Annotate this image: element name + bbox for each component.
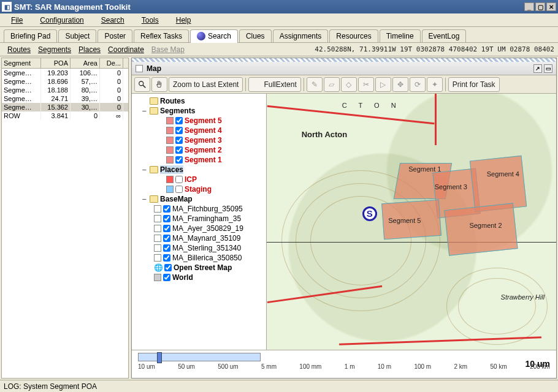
layer-checkbox[interactable] xyxy=(163,205,170,213)
layer-item[interactable]: Segment 4 xyxy=(132,126,266,135)
layer-item[interactable]: MA_Sterling_351340 xyxy=(132,243,266,253)
layer-tree[interactable]: Routes −Segments Segment 5Segment 4Segme… xyxy=(132,94,267,350)
tool-segments[interactable]: Segments xyxy=(34,45,75,55)
tab-assignments[interactable]: Assignments xyxy=(273,29,329,42)
tab-timeline[interactable]: Timeline xyxy=(380,29,421,42)
layer-checkbox[interactable] xyxy=(163,254,170,262)
table-row[interactable]: Segme…24.7139,…0 xyxy=(2,94,128,103)
layer-label: Open Street Map xyxy=(174,263,232,272)
layer-item[interactable]: MA_Framingham_35 xyxy=(132,214,266,224)
layer-checkbox[interactable] xyxy=(175,156,183,164)
layer-item[interactable]: Segment 5 xyxy=(132,116,266,126)
tab-clues[interactable]: Clues xyxy=(239,29,272,42)
layer-checkbox[interactable] xyxy=(163,225,170,232)
layer-item[interactable]: Segment 2 xyxy=(132,145,266,155)
layer-item[interactable]: World xyxy=(132,273,266,282)
tab-search[interactable]: Search xyxy=(190,29,238,43)
minimize-button[interactable]: _ xyxy=(524,2,534,11)
tab-poster[interactable]: Poster xyxy=(97,29,132,42)
th-poa[interactable]: POA xyxy=(41,58,71,68)
menu-search[interactable]: Search xyxy=(94,15,132,26)
menu-tools[interactable]: Tools xyxy=(134,15,166,26)
layer-places[interactable]: −Places xyxy=(132,165,266,175)
zoom-last-extent-button[interactable]: Zoom to Last Extent xyxy=(169,77,243,92)
tabstrip: Briefing Pad Subject Poster Reflex Tasks… xyxy=(0,27,558,43)
map-canvas[interactable]: C T O N North Acton Segment 1 Segment 2 … xyxy=(267,94,556,350)
tool-coordinate[interactable]: Coordinate xyxy=(104,45,148,55)
th-area[interactable]: Area xyxy=(71,58,100,68)
layer-label: Segment 3 xyxy=(185,136,222,145)
table-row[interactable]: ROW3.8410∞ xyxy=(2,111,128,120)
close-button[interactable]: ✕ xyxy=(546,2,556,11)
rotate-tool[interactable]: ⟳ xyxy=(410,77,426,92)
menu-help[interactable]: Help xyxy=(169,15,199,26)
map-body: Routes −Segments Segment 5Segment 4Segme… xyxy=(132,94,556,350)
tab-briefing-pad[interactable]: Briefing Pad xyxy=(4,29,57,42)
layer-checkbox[interactable] xyxy=(175,117,183,124)
menu-configuration[interactable]: Configuration xyxy=(32,15,91,26)
layer-item[interactable]: MA_Billerica_350850 xyxy=(132,253,266,263)
layer-item[interactable]: 🌐Open Street Map xyxy=(132,263,266,273)
menu-file[interactable]: File xyxy=(4,15,30,26)
layer-checkbox[interactable] xyxy=(175,137,183,144)
pan-tool[interactable] xyxy=(151,77,167,92)
select-tool[interactable]: ▷ xyxy=(375,77,391,92)
subject-marker[interactable]: S xyxy=(362,206,377,221)
layer-label: ICP xyxy=(185,175,197,184)
tab-subject[interactable]: Subject xyxy=(58,29,96,42)
full-extent-button[interactable]: FullExtent xyxy=(248,77,300,92)
layer-segments[interactable]: −Segments xyxy=(132,106,266,116)
panel-grip[interactable] xyxy=(132,58,556,62)
zoom-tool[interactable] xyxy=(134,77,150,92)
edit-tool-4[interactable]: ✂ xyxy=(358,77,374,92)
layer-item[interactable]: MA_Ayer_350829_19 xyxy=(132,224,266,233)
layer-label: Segment 2 xyxy=(185,146,222,154)
tab-reflex-tasks[interactable]: Reflex Tasks xyxy=(134,29,189,42)
maximize-button[interactable]: ▢ xyxy=(535,2,545,11)
edit-tool-3[interactable]: ◇ xyxy=(341,77,357,92)
layer-checkbox[interactable] xyxy=(163,274,170,281)
layer-routes[interactable]: Routes xyxy=(132,96,266,106)
table-row[interactable]: Segme…19.203106…0 xyxy=(2,69,128,77)
layer-item[interactable]: MA_Fitchburg_35095 xyxy=(132,204,266,214)
tool-base-map[interactable]: Base Map xyxy=(148,45,188,55)
layer-item[interactable]: MA_Maynard_35109 xyxy=(132,233,266,243)
layer-checkbox[interactable] xyxy=(163,244,170,252)
layer-label: BaseMap xyxy=(160,195,193,203)
layer-checkbox[interactable] xyxy=(175,127,183,134)
move-tool[interactable]: ✥ xyxy=(392,77,408,92)
layer-checkbox[interactable] xyxy=(164,264,172,271)
node-tool[interactable]: ✦ xyxy=(427,77,443,92)
tab-resources[interactable]: Resources xyxy=(329,29,378,42)
layer-label: Segment 5 xyxy=(185,116,222,125)
tool-routes[interactable]: Routes xyxy=(4,45,34,55)
layer-item[interactable]: Staging xyxy=(132,184,266,194)
globe-icon xyxy=(197,32,205,40)
th-de[interactable]: De... xyxy=(100,58,123,68)
layer-checkbox[interactable] xyxy=(175,146,183,154)
th-segment[interactable]: Segment xyxy=(2,58,41,68)
slider-thumb[interactable] xyxy=(157,352,162,363)
layer-label: World xyxy=(172,273,193,282)
layer-checkbox[interactable] xyxy=(163,235,170,242)
tool-places[interactable]: Places xyxy=(75,45,104,55)
scale-slider[interactable] xyxy=(138,353,261,361)
table-row[interactable]: Segme…18.18880,…0 xyxy=(2,86,128,94)
scale-tick: 200 km xyxy=(530,363,550,375)
layer-checkbox[interactable] xyxy=(175,186,183,193)
layer-item[interactable]: ICP xyxy=(132,175,266,184)
layer-checkbox[interactable] xyxy=(163,215,170,222)
edit-tool-1[interactable]: ✎ xyxy=(307,77,323,92)
layer-label: MA_Framingham_35 xyxy=(172,214,241,223)
panel-detach-button[interactable]: ↗ xyxy=(533,64,542,73)
table-row[interactable]: Segme…15.36230,…0 xyxy=(2,103,128,111)
layer-item[interactable]: Segment 1 xyxy=(132,155,266,165)
layer-checkbox[interactable] xyxy=(175,176,183,183)
tab-eventlog[interactable]: EventLog xyxy=(422,29,467,42)
panel-max-button[interactable]: ▭ xyxy=(544,64,552,73)
layer-item[interactable]: Segment 3 xyxy=(132,135,266,145)
layer-basemap[interactable]: −BaseMap xyxy=(132,194,266,204)
edit-tool-2[interactable]: ▱ xyxy=(324,77,340,92)
print-for-task-button[interactable]: Print for Task xyxy=(448,77,500,92)
table-row[interactable]: Segme…18.69657,…0 xyxy=(2,77,128,86)
